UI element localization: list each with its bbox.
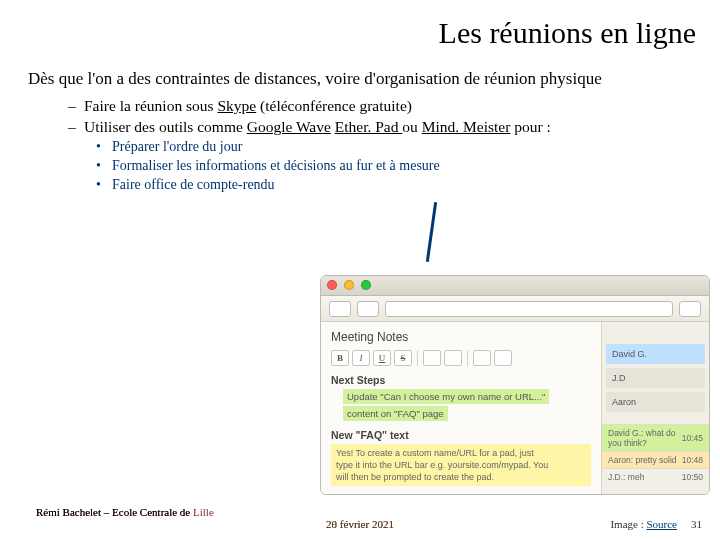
subbullet-formaliser: Formaliser les informations et décisions…	[24, 158, 696, 174]
user-aaron: Aaron	[606, 392, 705, 412]
nav-btn	[329, 301, 351, 317]
bullet-skype: Faire la réunion sous Skype (téléconfére…	[24, 97, 696, 115]
intro-text: Dès que l'on a des contraintes de distan…	[24, 68, 696, 91]
url-bar	[385, 301, 673, 317]
slide-title: Les réunions en ligne	[24, 16, 696, 50]
window-titlebar	[321, 276, 709, 296]
chat-row: J.D.: meh10:50	[602, 468, 709, 485]
fmt-btn	[473, 350, 491, 366]
italic-btn: I	[352, 350, 370, 366]
section-faq: New "FAQ" text	[331, 429, 591, 441]
format-toolbar: B I U S	[331, 350, 591, 366]
footer-date: 28 février 2021 20 février 2021	[326, 518, 394, 530]
user-david: David G.	[606, 344, 705, 364]
page-number: 31	[691, 518, 702, 530]
close-icon	[327, 280, 337, 290]
zoom-icon	[361, 280, 371, 290]
fmt-btn	[444, 350, 462, 366]
browser-toolbar	[321, 296, 709, 322]
user-jd: J.D	[606, 368, 705, 388]
link-mindmeister[interactable]: Mind. Meister	[422, 118, 511, 135]
nav-btn	[679, 301, 701, 317]
etherpad-screenshot: Meeting Notes B I U S Next Steps Update …	[320, 275, 710, 495]
user-sidebar: David G. J.D Aaron David G.: what do you…	[601, 322, 709, 494]
chat-row: Aaron: pretty solid10:48	[602, 451, 709, 468]
pad-main: Meeting Notes B I U S Next Steps Update …	[321, 322, 601, 494]
footer-author: Rémi Bachelet – Ecole Centrale de Lille …	[36, 506, 720, 518]
bullet-tools: Utiliser des outils comme Google Wave Et…	[24, 118, 696, 136]
link-google-wave[interactable]: Google Wave	[247, 118, 331, 135]
pointer-line	[426, 202, 437, 262]
footer-right: Image : Source 31	[610, 518, 702, 530]
bold-btn: B	[331, 350, 349, 366]
fmt-btn	[494, 350, 512, 366]
highlight-update: content on "FAQ" page	[343, 406, 448, 421]
section-next-steps: Next Steps	[331, 374, 591, 386]
doc-title: Meeting Notes	[331, 330, 591, 344]
strike-btn: S	[394, 350, 412, 366]
subbullet-compte-rendu: Faire office de compte-rendu	[24, 177, 696, 193]
subbullet-ordre: Préparer l'ordre du jour	[24, 139, 696, 155]
link-skype[interactable]: Skype	[217, 97, 256, 114]
highlight-yes: Yes! To create a custom name/URL for a p…	[331, 444, 591, 486]
minimize-icon	[344, 280, 354, 290]
chat-row: David G.: what do you think?10:45	[602, 424, 709, 451]
link-etherpad[interactable]: Ether. Pad	[335, 118, 403, 135]
underline-btn: U	[373, 350, 391, 366]
fmt-btn	[423, 350, 441, 366]
link-source[interactable]: Source	[646, 518, 677, 530]
nav-btn	[357, 301, 379, 317]
highlight-update: Update "Can I choose my own name or URL.…	[343, 389, 549, 404]
